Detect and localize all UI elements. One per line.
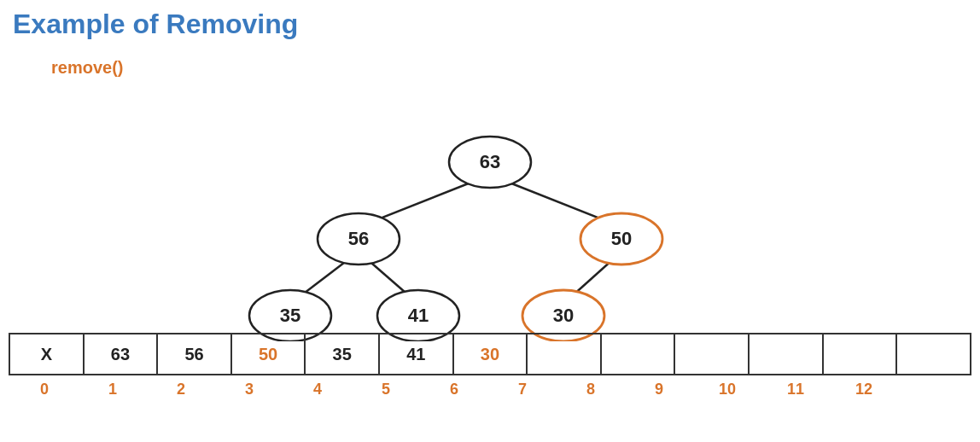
array-index-0: 0 <box>10 381 79 398</box>
array-index-2: 2 <box>147 381 215 398</box>
array-cell-1: 63 <box>84 334 158 375</box>
page-title: Example of Removing <box>13 9 298 40</box>
array-index-3: 3 <box>215 381 283 398</box>
array-index-10: 10 <box>693 381 761 398</box>
array-cell-4: 35 <box>305 334 379 375</box>
svg-text:63: 63 <box>480 151 500 172</box>
array-index-12: 12 <box>830 381 898 398</box>
array-index-1: 1 <box>79 381 147 398</box>
array-cell-12 <box>896 334 971 375</box>
array-section: X635650354130 0123456789101112 <box>9 333 971 398</box>
array-row: X635650354130 <box>9 334 971 375</box>
svg-text:56: 56 <box>348 228 369 249</box>
svg-text:41: 41 <box>408 305 429 326</box>
array-index-11: 11 <box>761 381 830 398</box>
array-index-7: 7 <box>488 381 557 398</box>
array-cell-7 <box>527 334 601 375</box>
array-index-4: 4 <box>283 381 352 398</box>
array-cell-5: 41 <box>379 334 453 375</box>
array-cell-11 <box>823 334 897 375</box>
array-cell-0: X <box>9 334 84 375</box>
tree-svg: 63 56 50 35 41 30 <box>0 60 980 341</box>
array-index-9: 9 <box>625 381 693 398</box>
array-cell-8 <box>601 334 675 375</box>
array-cell-2: 56 <box>157 334 231 375</box>
svg-text:50: 50 <box>611 228 632 249</box>
svg-text:30: 30 <box>553 305 574 326</box>
array-cell-3: 50 <box>231 334 306 375</box>
array-table: X635650354130 <box>9 333 971 375</box>
array-cell-6: 30 <box>453 334 528 375</box>
array-indices: 0123456789101112 <box>9 381 971 398</box>
array-index-6: 6 <box>420 381 488 398</box>
array-cell-9 <box>674 334 749 375</box>
array-index-5: 5 <box>352 381 420 398</box>
array-index-8: 8 <box>557 381 625 398</box>
array-cell-10 <box>749 334 823 375</box>
svg-text:35: 35 <box>280 305 300 326</box>
tree-container: 63 56 50 35 41 30 <box>0 60 980 341</box>
